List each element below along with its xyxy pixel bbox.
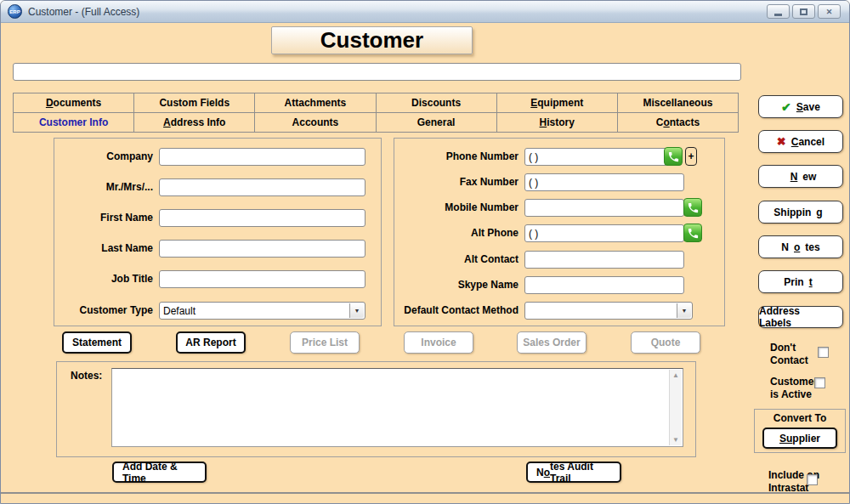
company-input[interactable] <box>159 148 366 166</box>
notes-button[interactable]: Notes <box>758 235 843 258</box>
customer-active-checkbox[interactable] <box>814 377 825 388</box>
first-name-input[interactable] <box>159 209 366 227</box>
notes-audit-trail-button[interactable]: Notes Audit Trail <box>526 462 621 483</box>
quote-button: Quote <box>631 331 700 354</box>
close-icon: ✕ <box>826 8 833 16</box>
scroll-down-icon[interactable]: ▼ <box>672 436 679 444</box>
minimize-icon <box>774 14 782 16</box>
statement-button[interactable]: Statement <box>62 331 132 354</box>
tab-general[interactable]: General <box>377 113 496 132</box>
customer-search-input[interactable] <box>13 63 741 81</box>
company-label: Company <box>54 150 153 162</box>
dropdown-arrow-icon[interactable]: ▼ <box>677 303 691 318</box>
close-button[interactable]: ✕ <box>818 4 841 19</box>
job-title-input[interactable] <box>159 270 366 288</box>
maximize-button[interactable] <box>792 4 815 19</box>
customer-type-select[interactable]: Default ▼ <box>159 302 366 320</box>
fax-number-input[interactable]: ( ) <box>524 173 684 191</box>
erp-app-icon: ERP <box>8 4 22 19</box>
customer-active-label: Customer is Active <box>770 376 818 401</box>
last-name-label: Last Name <box>54 242 153 254</box>
tab-documents[interactable]: Documents <box>14 93 133 112</box>
phone-number-input[interactable]: ( ) <box>524 148 682 166</box>
scroll-up-icon[interactable]: ▲ <box>672 371 679 379</box>
tab-history[interactable]: History <box>497 113 617 132</box>
dial-alt-phone-icon[interactable] <box>683 224 702 242</box>
title-input[interactable] <box>159 178 366 196</box>
dial-phone-icon[interactable] <box>664 147 683 166</box>
alt-phone-label: Alt Phone <box>391 227 518 239</box>
convert-to-groupbox: Convert To Supplier <box>754 409 846 453</box>
sales-order-button: Sales Order <box>517 331 586 354</box>
dial-mobile-icon[interactable] <box>683 198 702 217</box>
title-bar: ERP Customer - (Full Access) <box>1 1 849 23</box>
title-label: Mr./Mrs/... <box>54 181 153 193</box>
erp-icon-text: ERP <box>9 9 20 14</box>
check-icon: ✔ <box>781 100 791 114</box>
convert-to-label: Convert To <box>755 412 845 424</box>
fax-number-label: Fax Number <box>391 176 518 188</box>
page-title: Customer <box>271 26 473 54</box>
save-button[interactable]: ✔ Save <box>758 95 843 118</box>
tab-address-info[interactable]: Address Info <box>134 113 254 132</box>
job-title-label: Job Title <box>54 273 153 285</box>
minimize-button[interactable] <box>767 4 790 19</box>
cancel-button[interactable]: ✖ Cancel <box>758 130 843 153</box>
dont-contact-label: Don't Contact <box>770 342 808 367</box>
x-icon: ✖ <box>777 135 786 148</box>
skype-name-label: Skype Name <box>391 279 518 291</box>
customer-type-label: Customer Type <box>54 304 153 316</box>
name-details-groupbox: Company Mr./Mrs/... First Name Last Name… <box>54 138 382 326</box>
maximize-icon <box>800 8 808 15</box>
tab-customer-info[interactable]: Customer Info <box>14 113 133 132</box>
phone-number-label: Phone Number <box>391 150 518 162</box>
notes-label: Notes: <box>71 370 108 382</box>
mobile-number-input[interactable] <box>524 199 684 217</box>
notes-groupbox: Notes: ▲ ▼ <box>56 361 696 457</box>
alt-contact-label: Alt Contact <box>391 253 518 265</box>
alt-contact-input[interactable] <box>524 251 684 269</box>
tab-strip: Documents Custom Fields Attachments Disc… <box>13 93 739 133</box>
tab-contacts[interactable]: Contacts <box>618 113 738 132</box>
window-controls: ✕ <box>767 4 841 19</box>
customer-window: ERP Customer - (Full Access) ✕ Customer … <box>0 0 850 504</box>
include-intrastat-checkbox[interactable] <box>807 474 818 485</box>
dont-contact-checkbox[interactable] <box>818 347 829 358</box>
price-list-button: Price List <box>290 331 360 354</box>
supplier-button[interactable]: Supplier <box>762 428 837 449</box>
alt-phone-input[interactable]: ( ) <box>524 224 684 242</box>
dropdown-arrow-icon[interactable]: ▼ <box>349 303 364 318</box>
add-phone-button[interactable]: + <box>685 147 697 166</box>
print-button[interactable]: Print <box>758 270 843 293</box>
tab-attachments[interactable]: Attachments <box>255 93 375 112</box>
window-title: Customer - (Full Access) <box>28 6 139 18</box>
add-date-time-button[interactable]: Add Date & Time <box>112 462 207 483</box>
first-name-label: First Name <box>54 212 153 224</box>
default-contact-method-label: Default Contact Method <box>391 304 518 316</box>
window-bottom-edge <box>1 492 849 494</box>
tab-equipment[interactable]: Equipment <box>497 93 617 112</box>
tab-accounts[interactable]: Accounts <box>255 113 375 132</box>
tab-custom-fields[interactable]: Custom Fields <box>134 93 254 112</box>
invoice-button: Invoice <box>404 331 473 354</box>
tab-miscellaneous[interactable]: Miscellaneous <box>618 93 738 112</box>
notes-textarea[interactable]: ▲ ▼ <box>111 368 683 447</box>
last-name-input[interactable] <box>159 240 366 258</box>
tab-discounts[interactable]: Discounts <box>377 93 496 112</box>
shipping-button[interactable]: Shipping <box>758 201 843 224</box>
default-contact-method-select[interactable]: ▼ <box>524 302 693 320</box>
skype-name-input[interactable] <box>524 276 684 294</box>
address-labels-button[interactable]: Address Labels <box>758 306 843 328</box>
notes-scrollbar[interactable]: ▲ ▼ <box>669 370 682 445</box>
contact-details-groupbox: Phone Number ( ) + Fax Number ( ) Mobile… <box>394 138 725 326</box>
ar-report-button[interactable]: AR Report <box>176 331 246 354</box>
mobile-number-label: Mobile Number <box>391 201 518 213</box>
new-button[interactable]: New <box>758 165 843 188</box>
